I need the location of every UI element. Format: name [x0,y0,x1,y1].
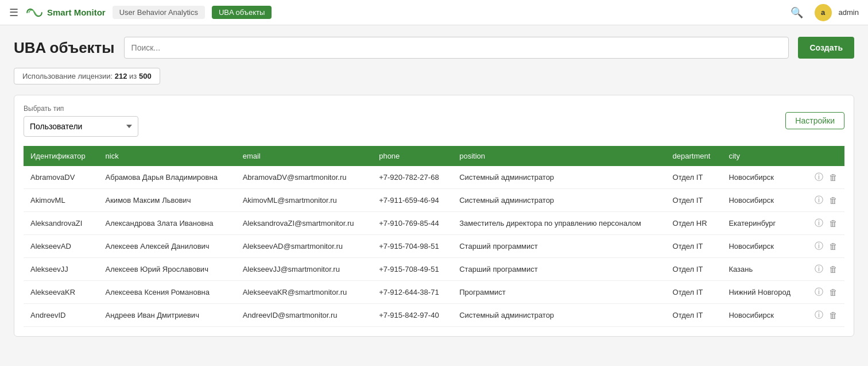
cell-city: Новосибирск [722,235,804,258]
delete-icon[interactable]: 🗑 [829,310,838,320]
table-row: AlekseevAD Алексеев Алексей Данилович Al… [24,235,844,258]
cell-email: AleksandrovaZI@smartmonitor.ru [236,212,373,235]
breadcrumb-uba-objects[interactable]: UBA объекты [212,6,272,19]
search-input[interactable] [124,37,789,59]
cell-city: Екатеринбург [722,212,804,235]
license-badge: Использование лицензии: 212 из 500 [14,68,160,84]
page-content: UBA объекты Создать Использование лиценз… [0,25,868,348]
cell-nick: Андреев Иван Дмитриевич [99,304,236,327]
cell-nick: Алексеева Ксения Романовна [99,281,236,304]
cell-nick: Алексеев Юрий Ярославович [99,258,236,281]
cell-nick: Абрамова Дарья Владимировна [99,166,236,189]
table-header: Идентификатор nick email phone position … [24,146,844,166]
info-icon[interactable]: ⓘ [815,264,823,275]
license-used: 212 [115,72,127,80]
cell-position: Системный администратор [452,304,665,327]
delete-icon[interactable]: 🗑 [829,172,838,182]
cell-position: Системный администратор [452,166,665,189]
cell-position: Заместитель директора по управлению перс… [452,212,665,235]
cell-email: AndreevID@smartmonitor.ru [236,304,373,327]
cell-email: AkimovML@smartmonitor.ru [236,189,373,212]
license-total: 500 [139,72,152,80]
cell-actions: ⓘ 🗑 [804,258,844,281]
cell-city: Нижний Новгород [722,281,804,304]
app-logo: Smart Monitor [25,7,106,18]
avatar: a [815,4,832,21]
cell-department: Отдел IT [666,258,722,281]
license-text: Использование лицензии: [22,72,113,80]
info-icon[interactable]: ⓘ [815,218,823,229]
search-icon[interactable]: 🔍 [790,6,803,19]
cell-id: AkimovML [24,189,99,212]
cell-city: Новосибирск [722,189,804,212]
page-title: UBA объекты [14,39,115,57]
delete-icon[interactable]: 🗑 [829,241,838,251]
cell-phone: +7-911-659-46-94 [372,189,452,212]
cell-phone: +7-920-782-27-68 [372,166,452,189]
cell-actions: ⓘ 🗑 [804,189,844,212]
page-header: UBA объекты Создать [14,37,854,59]
info-icon[interactable]: ⓘ [815,241,823,252]
cell-nick: Акимов Максим Львович [99,189,236,212]
cell-email: AlekseevаKR@smartmonitor.ru [236,281,373,304]
cell-id: AlekseevаKR [24,281,99,304]
cell-position: Системный администратор [452,189,665,212]
menu-icon[interactable]: ☰ [9,6,18,19]
main-card: Выбрать тип Пользователи Настройки Идент… [14,95,854,337]
info-icon[interactable]: ⓘ [815,195,823,206]
col-header-id: Идентификатор [24,146,99,166]
type-select[interactable]: Пользователи [24,116,138,137]
cell-department: Отдел IT [666,235,722,258]
cell-phone: +7-915-708-49-51 [372,258,452,281]
col-header-actions [804,146,844,166]
delete-icon[interactable]: 🗑 [829,218,838,228]
app-name: Smart Monitor [47,7,106,17]
table-row: AlekseevJJ Алексеев Юрий Ярославович Ale… [24,258,844,281]
create-button[interactable]: Создать [798,37,854,59]
table-row: AlekseevаKR Алексеева Ксения Романовна A… [24,281,844,304]
cell-actions: ⓘ 🗑 [804,166,844,189]
settings-button[interactable]: Настройки [785,112,844,129]
col-header-city: city [722,146,804,166]
cell-phone: +7-915-842-97-40 [372,304,452,327]
info-icon[interactable]: ⓘ [815,310,823,321]
cell-id: AlekseevJJ [24,258,99,281]
table-row: AleksandrovaZI Александрова Злата Иванов… [24,212,844,235]
delete-icon[interactable]: 🗑 [829,287,838,297]
cell-department: Отдел HR [666,212,722,235]
delete-icon[interactable]: 🗑 [829,264,838,274]
breadcrumb-uba[interactable]: User Behavior Analytics [113,6,205,19]
cell-email: AbramovaDV@smartmonitor.ru [236,166,373,189]
table-row: AbramovaDV Абрамова Дарья Владимировна A… [24,166,844,189]
cell-department: Отдел IT [666,304,722,327]
cell-nick: Александрова Злата Ивановна [99,212,236,235]
info-icon[interactable]: ⓘ [815,172,823,183]
cell-department: Отдел IT [666,166,722,189]
username-label: admin [839,8,859,17]
table-body: AbramovaDV Абрамова Дарья Владимировна A… [24,166,844,327]
cell-city: Новосибирск [722,166,804,189]
cell-actions: ⓘ 🗑 [804,304,844,327]
cell-phone: +7-910-769-85-44 [372,212,452,235]
cell-city: Казань [722,258,804,281]
col-header-email: email [236,146,373,166]
cell-nick: Алексеев Алексей Данилович [99,235,236,258]
table-row: AkimovML Акимов Максим Львович AkimovML@… [24,189,844,212]
cell-id: AleksandrovaZI [24,212,99,235]
col-header-department: department [666,146,722,166]
info-icon[interactable]: ⓘ [815,287,823,298]
cell-email: AlekseevJJ@smartmonitor.ru [236,258,373,281]
delete-icon[interactable]: 🗑 [829,195,838,205]
cell-phone: +7-912-644-38-71 [372,281,452,304]
table-row: AndreevID Андреев Иван Дмитриевич Andree… [24,304,844,327]
cell-position: Старший программист [452,235,665,258]
cell-department: Отдел IT [666,281,722,304]
cell-email: AlekseevAD@smartmonitor.ru [236,235,373,258]
license-of-label: из [129,72,137,80]
logo-icon [25,7,44,18]
type-select-wrapper: Выбрать тип Пользователи [24,105,138,137]
cell-position: Старший программист [452,258,665,281]
cell-actions: ⓘ 🗑 [804,281,844,304]
cell-id: AlekseevAD [24,235,99,258]
col-header-phone: phone [372,146,452,166]
